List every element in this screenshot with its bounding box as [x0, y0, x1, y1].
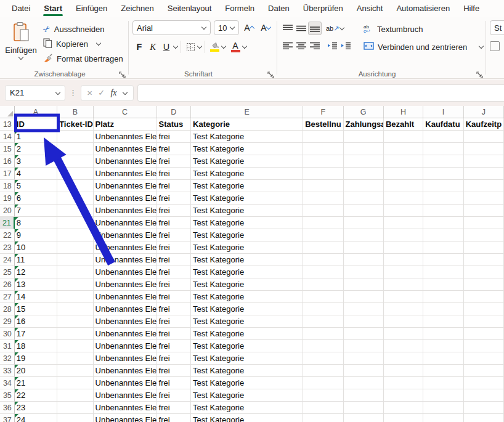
cell-J17[interactable] [464, 168, 504, 180]
cell-D27[interactable]: frei [157, 291, 191, 303]
cell-I37[interactable] [423, 414, 463, 422]
cell-J15[interactable] [464, 143, 504, 155]
chevron-down-icon[interactable] [242, 44, 247, 49]
cell-B36[interactable] [57, 402, 93, 414]
borders-button[interactable] [184, 40, 197, 54]
cell-D16[interactable]: frei [157, 155, 191, 168]
cell-H32[interactable] [384, 352, 423, 365]
cell-F14[interactable] [303, 131, 343, 143]
cell-G15[interactable] [344, 143, 384, 155]
cell-J37[interactable] [464, 414, 504, 422]
cell-A31[interactable]: 18 [15, 340, 57, 352]
cell-B22[interactable] [57, 229, 93, 241]
cell-I25[interactable] [423, 266, 463, 278]
cell-G37[interactable] [344, 414, 384, 422]
cell-H24[interactable] [384, 254, 423, 266]
cell-E23[interactable]: Test Kategorie [191, 241, 303, 254]
column-header-b[interactable]: B [57, 106, 93, 118]
cell-D32[interactable]: frei [157, 352, 191, 365]
cell-B19[interactable] [57, 192, 93, 205]
cell-J21[interactable] [464, 217, 504, 229]
cell-D36[interactable]: frei [157, 402, 191, 414]
cell-A34[interactable]: 21 [15, 377, 57, 389]
cell-G23[interactable] [344, 241, 384, 254]
copy-button[interactable]: Kopieren [43, 37, 123, 51]
cell-B15[interactable] [57, 143, 93, 155]
cell-E14[interactable]: Test Kategorie [191, 131, 303, 143]
cell-E16[interactable]: Test Kategorie [191, 155, 303, 168]
cell-F33[interactable] [303, 365, 343, 377]
font-color-button[interactable]: A [229, 40, 242, 54]
cell-F30[interactable] [303, 328, 343, 340]
decrease-indent-button[interactable] [325, 39, 339, 52]
column-header-c[interactable]: C [94, 106, 157, 118]
formula-input[interactable] [137, 84, 504, 102]
cell-I23[interactable] [423, 241, 463, 254]
cell-F37[interactable] [303, 414, 343, 422]
cell-B35[interactable] [57, 389, 93, 402]
cell-C33[interactable]: Unbenanntes Eler [94, 365, 157, 377]
cell-H22[interactable] [384, 229, 423, 241]
chevron-down-icon[interactable] [173, 44, 178, 49]
cell-E35[interactable]: Test Kategorie [191, 389, 303, 402]
tab-datei[interactable]: Datei [5, 1, 37, 17]
cell-C27[interactable]: Unbenanntes Eler [94, 291, 157, 303]
cell-E20[interactable]: Test Kategorie [191, 205, 303, 217]
cell-A33[interactable]: 20 [15, 365, 57, 377]
row-header-32[interactable]: 32 [0, 352, 15, 365]
row-header-24[interactable]: 24 [0, 254, 15, 266]
cell-E18[interactable]: Test Kategorie [191, 180, 303, 192]
cell-B18[interactable] [57, 180, 93, 192]
cell-G17[interactable] [344, 168, 384, 180]
cell-G33[interactable] [344, 365, 384, 377]
cell-D24[interactable]: frei [157, 254, 191, 266]
cell-E17[interactable]: Test Kategorie [191, 168, 303, 180]
row-header-30[interactable]: 30 [0, 328, 15, 340]
cell-D28[interactable]: frei [157, 303, 191, 315]
row-header-19[interactable]: 19 [0, 192, 15, 205]
cell-B37[interactable] [57, 414, 93, 422]
chevron-down-icon[interactable] [221, 44, 226, 49]
cell-I28[interactable] [423, 303, 463, 315]
cell-C16[interactable]: Unbenanntes Eler [94, 155, 157, 168]
cell-C35[interactable]: Unbenanntes Eler [94, 389, 157, 402]
cell-G24[interactable] [344, 254, 384, 266]
row-header-17[interactable]: 17 [0, 168, 15, 180]
cell-A18[interactable]: 5 [15, 180, 57, 192]
cell-B32[interactable] [57, 352, 93, 365]
column-header-g[interactable]: G [344, 106, 384, 118]
row-header-21[interactable]: 21 [0, 217, 15, 229]
cell-B26[interactable] [57, 278, 93, 291]
column-header-f[interactable]: F [303, 106, 343, 118]
cell-A26[interactable]: 13 [15, 278, 57, 291]
cell-G31[interactable] [344, 340, 384, 352]
cell-B33[interactable] [57, 365, 93, 377]
cell-A25[interactable]: 12 [15, 266, 57, 278]
cell-F35[interactable] [303, 389, 343, 402]
cell-D31[interactable]: frei [157, 340, 191, 352]
cell-I36[interactable] [423, 402, 463, 414]
cell-A24[interactable]: 11 [15, 254, 57, 266]
cell-I18[interactable] [423, 180, 463, 192]
cell-A14[interactable]: 1 [15, 131, 57, 143]
cell-C31[interactable]: Unbenanntes Eler [94, 340, 157, 352]
merge-center-button[interactable]: Verbinden und zentrieren [364, 39, 484, 54]
cell-H31[interactable] [384, 340, 423, 352]
cut-button[interactable]: ✂ Ausschneiden [43, 22, 123, 36]
cell-F25[interactable] [303, 266, 343, 278]
cell-E30[interactable]: Test Kategorie [191, 328, 303, 340]
cell-D33[interactable]: frei [157, 365, 191, 377]
cell-A37[interactable]: 24 [15, 414, 57, 422]
cell-D18[interactable]: frei [157, 180, 191, 192]
accounting-format-icon[interactable] [490, 41, 500, 51]
cell-D30[interactable]: frei [157, 328, 191, 340]
cell-J22[interactable] [464, 229, 504, 241]
cell-H25[interactable] [384, 266, 423, 278]
cell-G34[interactable] [344, 377, 384, 389]
cell-F28[interactable] [303, 303, 343, 315]
cell-I17[interactable] [423, 168, 463, 180]
cell-F23[interactable] [303, 241, 343, 254]
cell-C32[interactable]: Unbenanntes Eler [94, 352, 157, 365]
cell-A15[interactable]: 2 [15, 143, 57, 155]
cell-B27[interactable] [57, 291, 93, 303]
